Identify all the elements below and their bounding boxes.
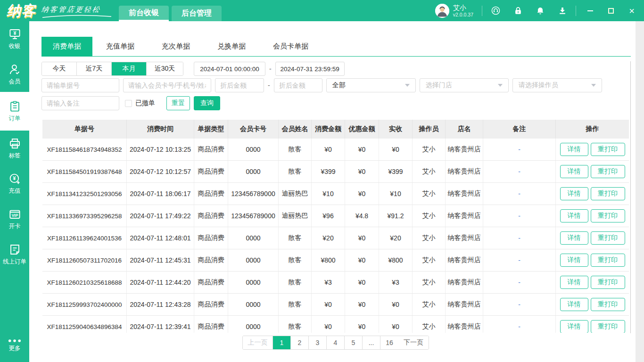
reprint-button[interactable]: 重打印 xyxy=(591,276,625,289)
cell-store: 纳客贵州店 xyxy=(446,272,483,293)
detail-button[interactable]: 详情 xyxy=(560,187,588,200)
sidebar-item-label: 充值 xyxy=(9,187,21,195)
date-end-input[interactable] xyxy=(275,62,345,76)
range-30days-button[interactable]: 近30天 xyxy=(147,62,183,75)
reset-button[interactable]: 重置 xyxy=(166,96,190,110)
detail-button[interactable]: 详情 xyxy=(560,254,588,267)
sidebar-item-orders[interactable]: 订单 xyxy=(0,92,29,131)
sidebar-item-cashier[interactable]: ¥ 收银 xyxy=(0,21,29,57)
topbar: 纳客 纳客管店更轻松 前台收银 后台管理 艾小 v2.0.0.37 xyxy=(0,0,644,21)
page-button-1[interactable]: 1 xyxy=(273,336,291,349)
prev-page-button[interactable]: 上一页 xyxy=(243,336,273,349)
reprint-button[interactable]: 重打印 xyxy=(591,187,625,200)
reprint-button[interactable]: 重打印 xyxy=(591,165,625,178)
sidebar-item-members[interactable]: 会员 xyxy=(0,57,29,92)
tab-punch-orders[interactable]: 充次单据 xyxy=(148,37,204,56)
cell-remark: - xyxy=(483,227,556,249)
sidebar-item-label: 会员 xyxy=(9,78,21,86)
reprint-button[interactable]: 重打印 xyxy=(591,143,625,156)
cell-paid: ¥0 xyxy=(379,316,413,333)
detail-button[interactable]: 详情 xyxy=(560,209,588,222)
range-today-button[interactable]: 今天 xyxy=(42,62,77,75)
type-select[interactable]: 全部 xyxy=(326,78,416,92)
reprint-button[interactable]: 重打印 xyxy=(591,209,625,222)
page-button-16[interactable]: 16 xyxy=(380,336,398,349)
topnav-backend-admin[interactable]: 后台管理 xyxy=(172,6,222,21)
detail-button[interactable]: 详情 xyxy=(560,165,588,178)
user-name: 艾小 xyxy=(453,4,473,11)
recharge-icon: ¥ xyxy=(8,173,21,185)
chevron-down-icon xyxy=(498,84,503,87)
page-button-2[interactable]: 2 xyxy=(291,336,309,349)
reprint-button[interactable]: 重打印 xyxy=(591,298,625,311)
cell-store: 纳客贵州店 xyxy=(446,316,483,333)
sidebar-item-recharge[interactable]: ¥ 充值 xyxy=(0,166,29,201)
reprint-button[interactable]: 重打印 xyxy=(591,254,625,267)
tab-recharge-orders[interactable]: 充值单据 xyxy=(92,37,148,56)
amount-max-input[interactable] xyxy=(274,78,322,92)
page-ellipsis[interactable]: ... xyxy=(363,336,380,349)
cell-actions: 详情重打印 xyxy=(556,227,629,249)
close-button[interactable]: × xyxy=(628,7,636,15)
cell-time: 2024-07-11 12:44:20 xyxy=(127,272,194,293)
topnav-front-cashier[interactable]: 前台收银 xyxy=(119,6,169,21)
sidebar-item-open-card[interactable]: VIP 开卡 xyxy=(0,201,29,237)
cell-paid: ¥0 xyxy=(379,294,413,315)
table-row: XF18113369733952962582024-07-11 17:49:22… xyxy=(42,205,629,227)
revoked-checkbox[interactable] xyxy=(125,100,132,107)
minimize-button[interactable] xyxy=(586,7,594,15)
download-icon[interactable] xyxy=(557,6,567,16)
cell-paid: ¥800 xyxy=(379,249,413,271)
scrollbar[interactable] xyxy=(630,61,631,333)
customer-service-icon[interactable] xyxy=(491,6,501,16)
amount-min-input[interactable] xyxy=(215,78,264,92)
detail-button[interactable]: 详情 xyxy=(560,298,588,311)
cell-type: 商品消费 xyxy=(194,161,228,182)
tab-consume-orders[interactable]: 消费单据 xyxy=(41,37,92,56)
range-this-month-button[interactable]: 本月 xyxy=(112,62,147,75)
cell-store: 纳客贵州店 xyxy=(446,139,483,160)
remark-input[interactable] xyxy=(41,96,119,110)
page-button-5[interactable]: 5 xyxy=(345,336,363,349)
operator-select[interactable]: 请选择操作员 xyxy=(512,78,602,92)
cell-member: 散客 xyxy=(279,294,312,315)
sidebar-item-labels[interactable]: 标签 xyxy=(0,131,29,166)
cell-discount: ¥0 xyxy=(345,139,379,160)
tab-member-card-orders[interactable]: 会员卡单据 xyxy=(259,37,322,56)
tab-exchange-orders[interactable]: 兑换单据 xyxy=(204,37,259,56)
next-page-button[interactable]: 下一页 xyxy=(398,336,429,349)
detail-button[interactable]: 详情 xyxy=(560,276,588,289)
bell-icon[interactable] xyxy=(535,6,545,16)
maximize-button[interactable] xyxy=(607,7,615,15)
lock-icon[interactable] xyxy=(513,6,523,16)
cell-remark: - xyxy=(483,161,556,182)
cell-member: 迪丽热巴 xyxy=(279,183,312,205)
cell-order_no: XF1811584501919387648 xyxy=(42,161,127,182)
divider xyxy=(482,6,482,16)
cell-remark: - xyxy=(483,205,556,227)
filter-row-dates: 今天 近7天 本月 近30天 - xyxy=(41,62,632,76)
search-button[interactable]: 查询 xyxy=(194,96,220,110)
member-icon xyxy=(8,63,21,76)
logo-text: 纳客 xyxy=(7,1,36,20)
date-start-input[interactable] xyxy=(194,62,265,76)
order-no-input[interactable] xyxy=(41,78,119,92)
sidebar-item-online-orders[interactable]: 线上订单 xyxy=(0,237,29,272)
page-button-4[interactable]: 4 xyxy=(327,336,345,349)
detail-button[interactable]: 详情 xyxy=(560,143,588,156)
store-select[interactable]: 选择门店 xyxy=(420,78,509,92)
column-header: 会员卡号 xyxy=(228,120,279,139)
detail-button[interactable]: 详情 xyxy=(560,231,588,245)
reprint-button[interactable]: 重打印 xyxy=(591,320,625,333)
detail-button[interactable]: 详情 xyxy=(560,320,588,333)
cell-actions: 详情重打印 xyxy=(556,316,629,333)
sidebar-item-more[interactable]: 更多 xyxy=(0,332,29,359)
page-button-3[interactable]: 3 xyxy=(309,336,327,349)
cell-type: 商品消费 xyxy=(194,139,228,160)
avatar[interactable] xyxy=(435,4,449,18)
range-7days-button[interactable]: 近7天 xyxy=(77,62,112,75)
cell-actions: 详情重打印 xyxy=(556,139,629,160)
member-search-input[interactable] xyxy=(123,78,211,92)
reprint-button[interactable]: 重打印 xyxy=(591,231,625,245)
table-row: XF18112605073117020162024-07-11 12:45:31… xyxy=(42,249,629,272)
